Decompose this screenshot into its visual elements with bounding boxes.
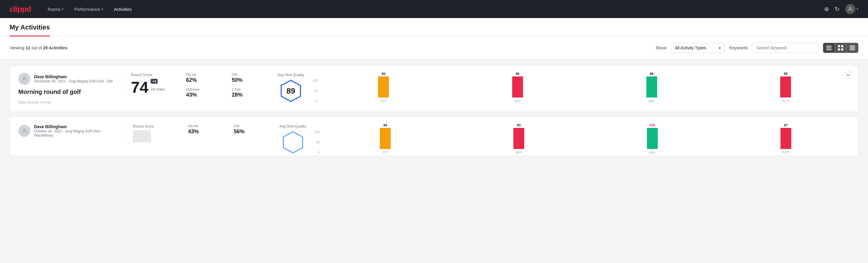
viewing-total: 29 [43,46,48,50]
fw-hit-value-2: 43% [188,128,218,135]
gir-value-2: 56% [234,128,264,135]
score-number: 74 [131,80,148,95]
putt-bar-value: 89 [784,72,787,76]
user-date: December 05, 2021 - Gog Magog Golf Club … [34,79,113,83]
user-menu[interactable]: ▾ [845,4,858,14]
viewing-count: 12 [26,46,30,50]
teams-chevron-icon: ▾ [62,7,63,11]
arg-bar-label: ARG [648,99,655,103]
activity-title: Morning round of golf [18,88,113,95]
activity-type-select[interactable]: All Activity Types [671,43,724,53]
gir-stat-2: GIR 56% [234,124,264,135]
svg-point-0 [849,7,851,9]
putt-bar-outer-2 [780,128,791,149]
svg-marker-16 [283,132,303,153]
activity-type-select-wrapper[interactable]: All Activity Types [671,43,724,53]
activity-card-2: Dave Billingham October 16, 2021 - Gog M… [10,117,858,156]
keywords-filter-group: Keywords: [730,43,818,53]
app-bar-outer-2 [514,128,524,149]
avg-shot-quality-section-2: Avg Shot Quality 100 50 0 [273,124,850,154]
nav-activities[interactable]: Activities [110,4,136,14]
activities-list: ✏ Dave Billingham December 05, 2021 - Go… [0,59,868,162]
nav-teams[interactable]: Teams ▾ [43,4,68,14]
svg-rect-10 [850,48,855,49]
putt-bar-value-2: 87 [784,123,788,127]
nav-items: Teams ▾ Performance ▾ Activities [43,4,824,14]
hexagon-score-container: Avg Shot Quality 89 [277,73,304,103]
gir-label-2: GIR [234,124,264,128]
ott-bar-inner-2 [380,128,391,149]
chart-area-2: 100 50 0 94 OTT 83 [315,124,850,154]
app-bar-value-2: 83 [517,123,521,127]
filter-bar: Viewing 12 out of 29 Activities Show: Al… [0,37,868,59]
compact-view-button[interactable] [847,43,858,53]
gir-value: 50% [231,77,262,83]
app-bar-outer [512,77,523,97]
list-view-button[interactable] [823,43,835,53]
ott-bar-label-2: OTT [382,151,388,154]
user-chevron-icon: ▾ [857,7,858,11]
putt-bar-inner [780,77,791,97]
svg-rect-4 [838,45,840,47]
avatar[interactable] [845,4,856,14]
chart-col-app-2: 83 APP [455,123,583,154]
svg-rect-7 [841,49,843,51]
chart-col-arg-2: 106 ARG [589,123,716,154]
fw-hit-value: 62% [186,77,216,83]
page-title: My Activities [10,24,50,36]
svg-rect-11 [850,49,855,50]
add-icon[interactable]: ⊕ [824,5,829,12]
chart-col-ott-2: 94 OTT [321,123,449,154]
putt-bar-inner-2 [780,128,791,149]
chart-y-labels: 100 50 0 [313,79,318,103]
chart-columns: 85 OTT 90 APP [319,79,850,103]
app-bar-label-2: APP [516,151,522,154]
app-logo[interactable]: clippd [10,4,31,14]
oneputt-stat: 1 Putt 28% [231,88,262,98]
keywords-label: Keywords: [730,46,749,50]
svg-rect-12 [850,50,855,51]
oneputt-value: 28% [231,92,262,98]
nav-right: ⊕ ↻ ▾ [824,4,858,14]
chart-col-ott: 85 OTT [319,72,447,103]
navbar: clippd Teams ▾ Performance ▾ Activities … [0,0,868,18]
user-name: Dave Billingham [34,74,113,79]
fw-hit-label-2: FW Hit [188,124,218,128]
score-holes: 18 Holes [151,87,165,91]
avg-shot-label: Avg Shot Quality [277,73,304,77]
ott-bar-inner [378,77,389,97]
round-score-label: Round Score [131,73,170,77]
grid-view-button[interactable] [835,43,847,53]
arg-bar-outer [646,77,657,97]
svg-rect-6 [838,49,840,51]
show-label: Show: [656,46,668,50]
putt-bar-label-2: PUTT [782,151,790,154]
shot-quality-chart-2: 100 50 0 94 OTT 83 [315,124,850,154]
data-source: Data Source: Arccos [18,100,113,105]
stats-section-3: FW Hit 43% [182,124,218,139]
stats-section-4: GIR 56% [228,124,264,139]
arg-bar-inner [646,77,657,97]
svg-rect-2 [826,48,832,49]
refresh-icon[interactable]: ↻ [835,5,840,12]
nav-performance[interactable]: Performance ▾ [70,4,107,14]
chart-columns-2: 94 OTT 83 APP [321,130,850,154]
score-placeholder [133,130,151,142]
chart-col-putt-2: 87 PUTT [722,123,850,154]
search-input[interactable] [752,43,818,53]
viewing-count-text: Viewing 12 out of 29 Activities [10,46,651,50]
fw-hit-stat-2: FW Hit 43% [188,124,218,135]
putt-bar-label: PUTT [782,99,789,103]
svg-point-15 [23,129,25,131]
updown-label: Up/Down [186,88,216,91]
avg-shot-quality-section: Avg Shot Quality 89 100 50 0 [271,73,850,103]
app-bar-value: 90 [516,72,519,76]
ott-bar-value-2: 94 [383,123,387,127]
svg-rect-5 [841,45,843,47]
performance-chevron-icon: ▾ [101,7,103,11]
ott-bar-outer-2 [380,128,391,149]
activity-card: ✏ Dave Billingham December 05, 2021 - Go… [10,65,858,112]
fw-hit-label: FW Hit [186,73,216,77]
round-score-section: Round Score 74 +4 18 Holes [122,73,170,96]
card-left-section: Dave Billingham December 05, 2021 - Gog … [18,73,113,105]
